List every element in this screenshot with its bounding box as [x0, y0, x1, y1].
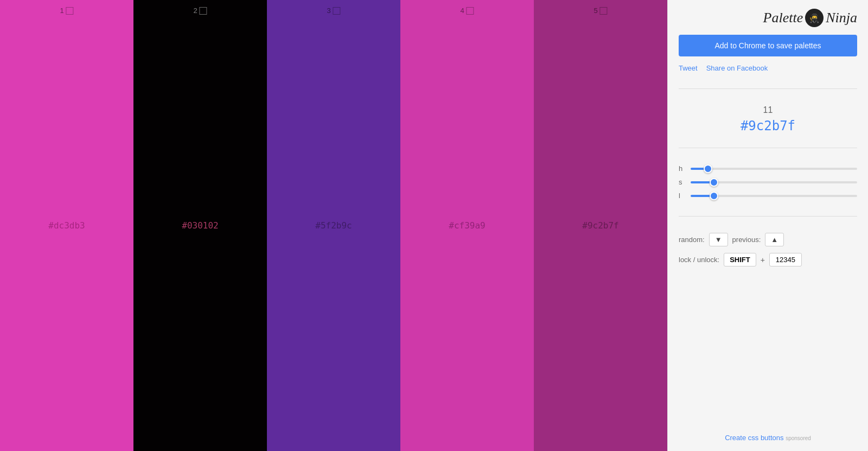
lock-icon-4 [467, 7, 474, 15]
random-label: random: [679, 236, 705, 244]
color-swatch-4[interactable]: 4 #cf39a9 [400, 0, 534, 451]
divider-2 [679, 148, 857, 148]
random-button[interactable]: ▼ [709, 233, 728, 246]
lightness-label: l [679, 192, 685, 200]
saturation-label: s [679, 178, 685, 186]
saturation-slider-row: s [679, 178, 857, 186]
previous-label: previous: [732, 236, 761, 244]
color-swatch-2[interactable]: 2 #030102 [133, 0, 267, 451]
hex-label-5: #9c2b7f [582, 220, 618, 231]
color-swatch-5[interactable]: 5 #9c2b7f [534, 0, 667, 451]
lock-section: lock / unlock: SHIFT + 12345 [679, 253, 857, 266]
divider-3 [679, 216, 857, 217]
create-css-label: Create css buttons [725, 434, 783, 442]
lock-icon-5 [600, 7, 608, 15]
social-links: Tweet Share on Facebook [679, 64, 857, 72]
color-swatch-3[interactable]: 3 #5f2b9c [267, 0, 400, 451]
sidebar: Palette 🥷 Ninja Add to Chrome to save pa… [667, 0, 868, 451]
hue-slider[interactable] [691, 168, 857, 170]
logo-text-left: Palette [763, 10, 803, 26]
facebook-link[interactable]: Share on Facebook [706, 64, 768, 72]
logo-area: Palette 🥷 Ninja [679, 9, 857, 27]
lock-number-input[interactable]: 12345 [769, 253, 802, 266]
hue-label: h [679, 164, 685, 173]
divider-1 [679, 88, 857, 89]
logo-icon: 🥷 [805, 9, 824, 27]
lock-icon-1 [66, 7, 74, 15]
shift-button[interactable]: SHIFT [724, 253, 756, 266]
add-chrome-button[interactable]: Add to Chrome to save palettes [679, 35, 857, 56]
lock-icon-2 [200, 7, 207, 15]
logo-text-right: Ninja [826, 10, 857, 26]
palette-container: 1 #dc3db3 2 #030102 3 #5f2b9c 4 #cf39a9 … [0, 0, 667, 451]
hue-slider-row: h [679, 164, 857, 173]
lock-icon-3 [333, 7, 341, 15]
plus-sign: + [761, 256, 765, 264]
hex-label-1: #dc3db3 [48, 220, 85, 231]
swatch-number-5: 5 [593, 7, 607, 15]
hex-label-2: #030102 [182, 220, 218, 231]
lightness-slider[interactable] [691, 195, 857, 197]
selected-color-display: #9c2b7f [679, 118, 857, 134]
saturation-slider[interactable] [691, 181, 857, 183]
hex-label-3: #5f2b9c [315, 220, 352, 231]
create-css-link[interactable]: Create css buttons sponsored [725, 434, 811, 442]
footer-area: Create css buttons sponsored [679, 422, 857, 442]
random-row: random: ▼ previous: ▲ [679, 233, 857, 246]
sponsored-label: sponsored [786, 435, 811, 441]
hex-label-4: #cf39a9 [449, 220, 485, 231]
color-swatch-1[interactable]: 1 #dc3db3 [0, 0, 133, 451]
palette-number: 11 [679, 105, 857, 115]
swatch-number-2: 2 [193, 7, 207, 15]
swatch-number-3: 3 [327, 7, 340, 15]
lock-label: lock / unlock: [679, 256, 719, 264]
previous-button[interactable]: ▲ [765, 233, 784, 246]
swatch-number-4: 4 [460, 7, 474, 15]
hsl-sliders: h s l [679, 159, 857, 205]
controls-section: random: ▼ previous: ▲ lock / unlock: SHI… [679, 233, 857, 273]
tweet-link[interactable]: Tweet [679, 64, 698, 72]
lightness-slider-row: l [679, 192, 857, 200]
swatch-number-1: 1 [60, 7, 73, 15]
